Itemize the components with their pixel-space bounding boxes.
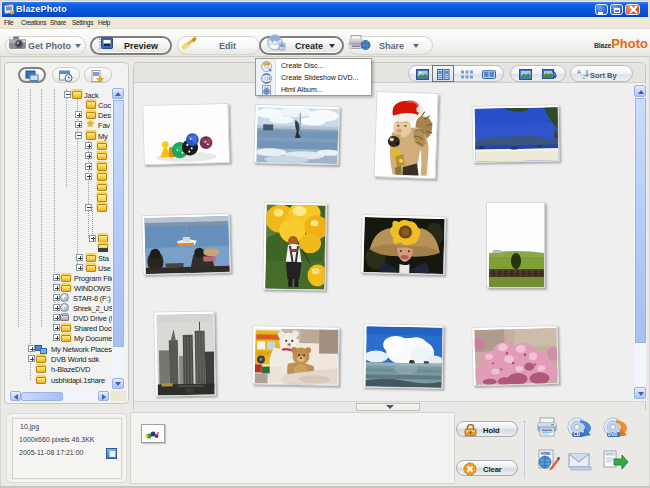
svg-text:CD: CD [574, 432, 581, 437]
svg-text:DVD: DVD [608, 432, 618, 437]
svg-text:A: A [577, 69, 581, 75]
svg-text:HTML: HTML [541, 452, 552, 456]
